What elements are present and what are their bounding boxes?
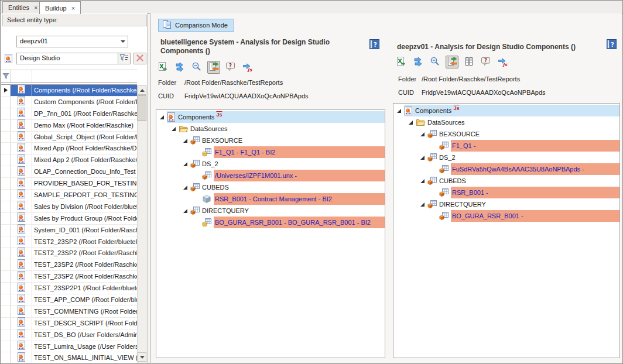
list-item[interactable]: TEST2_23SP2 (/Root Folder/bluetellig — [1, 236, 137, 248]
tree-node[interactable]: DS_2 — [156, 158, 385, 170]
filter-cell[interactable] — [32, 70, 137, 83]
tree-node[interactable]: DIRECTQUERY — [156, 205, 385, 217]
datasource-icon — [427, 176, 437, 186]
list-item[interactable]: TEST_23SP2P1 (/Root Folder/bluetelli — [1, 283, 137, 294]
scrollbar-thumb[interactable] — [138, 95, 146, 121]
tree-node[interactable]: BO_GURA_RSR_B001 - BO_GURA_RSR_B001 - BI… — [156, 217, 385, 228]
expander-icon[interactable] — [409, 121, 413, 125]
list-item[interactable]: Demo Max (/Root Folder/Raschke) — [1, 120, 137, 132]
list-item[interactable]: TEST2_23SP2 (/Root Folder/Raschke, — [1, 248, 137, 259]
tree-node[interactable]: DataSources — [156, 123, 385, 135]
list-item[interactable]: TEST_23SP2 (/Root Folder/Raschke/D — [1, 259, 137, 271]
scroll-up-button[interactable] — [138, 85, 146, 95]
expander-icon[interactable] — [420, 179, 425, 183]
tree-node-label: DataSources — [190, 125, 228, 132]
compare-button[interactable] — [446, 56, 458, 68]
list-item[interactable]: Custom Components (/Root Folder/Ra — [1, 97, 137, 108]
transfer-button[interactable] — [412, 56, 425, 68]
list-item[interactable]: Mixed App 2 (/Root Folder/Raschke/D — [1, 154, 137, 166]
list-item[interactable]: Components (/Root Folder/Raschke/T — [1, 85, 137, 97]
export-excel-button[interactable] — [156, 61, 169, 74]
expander-icon[interactable] — [420, 156, 425, 160]
list-item[interactable]: Sales by Division (/Root Folder/bluete — [1, 201, 137, 213]
tree-node[interactable]: ComponentsJs — [156, 111, 385, 123]
filter-cell[interactable] — [11, 70, 32, 83]
tree-node[interactable]: BEXSOURCE — [393, 128, 619, 140]
filter-row[interactable] — [1, 70, 137, 83]
comparison-mode-button[interactable]: Comparison Mode — [158, 19, 234, 32]
columns-button[interactable] — [463, 56, 475, 68]
tree-node[interactable]: BO_GURA_RSR_B001 - — [393, 210, 619, 222]
export-js-button[interactable]: Js — [241, 61, 254, 74]
scroll-down-button[interactable] — [138, 352, 146, 362]
list-item[interactable]: DP_7nn_001 (/Root Folder/Raschke/T — [1, 108, 137, 120]
tree-node[interactable]: FuSdRVa5hQwA4BsAAAC35U8AoNPBApds - — [393, 163, 619, 175]
list-item[interactable]: TEST_DS_BO (/User Folders/Administ — [1, 329, 137, 341]
app-window: Entities × Buildup × Select entity type:… — [0, 0, 623, 364]
tree-node[interactable]: DIRECTQUERY — [393, 198, 619, 210]
list-item[interactable]: TEST_COMMENTING (/Root Folder/bl — [1, 306, 137, 318]
filter-button[interactable] — [118, 53, 131, 64]
expander-icon[interactable] — [183, 139, 187, 143]
list-item[interactable]: PROVIDER_BASED_FOR_TESTING (/F — [1, 178, 137, 190]
row-gutter — [1, 132, 11, 143]
list-item[interactable]: Sales by Product Group (/Root Folder — [1, 213, 137, 225]
zoom-out-icon — [430, 56, 440, 68]
system-select[interactable]: deepzv01 — [16, 36, 128, 47]
expander-icon[interactable] — [160, 115, 164, 119]
transfer-button[interactable] — [173, 61, 186, 74]
export-js-button[interactable]: Js — [497, 56, 509, 68]
compare-button[interactable] — [207, 61, 220, 74]
design-studio-icon — [4, 54, 13, 66]
tree-node[interactable]: RSR_B001 - — [393, 187, 619, 198]
tree-node[interactable]: /Universes/IZPF1M001.unx - — [156, 170, 385, 181]
tree-node[interactable]: F1_Q1 - — [393, 140, 619, 152]
list-item[interactable]: TEST_Lumira_Usage (/User Folders/A — [1, 341, 137, 353]
tree-node[interactable]: RSR_B001 - Contract Management - BI2 — [156, 193, 385, 205]
expander-icon[interactable] — [172, 127, 176, 131]
tree-node[interactable]: CUBEDS — [156, 181, 385, 193]
comment-question-button[interactable]: ? — [224, 61, 237, 74]
close-icon[interactable]: × — [34, 5, 37, 11]
list-item[interactable]: SAMPLE_REPORT_FOR_TESTING_M ( — [1, 190, 137, 201]
list-item[interactable]: OLAP_Connection_Docu_Info_Test (/ — [1, 166, 137, 178]
export-excel-button[interactable] — [395, 56, 408, 68]
entity-type-select[interactable]: Design Studio — [16, 53, 128, 64]
zoom-out-button[interactable] — [190, 61, 203, 74]
tree-node[interactable]: BEXSOURCE — [156, 135, 385, 146]
list-item[interactable]: TEST_ON_SMALL_INITIAL_VIEW (/Ro — [1, 352, 137, 363]
tree-node-label: /Universes/IZPF1M001.unx - — [215, 172, 297, 179]
expander-icon[interactable] — [420, 132, 425, 136]
list-item[interactable]: TEST_DESCR_SCRIPT (/Root Folder/R — [1, 318, 137, 329]
tree-node[interactable]: F1_Q1 - F1_Q1 - BI2 — [156, 146, 385, 158]
tree-node-label: DS_2 — [439, 154, 456, 161]
expander-icon[interactable] — [420, 202, 425, 207]
close-icon[interactable]: × — [71, 5, 75, 11]
list-item[interactable]: TEST_23SP2 (/Root Folder/Raschke/L — [1, 271, 137, 283]
help-button[interactable]: ? — [607, 39, 617, 49]
system-select-value: deepzv01 — [20, 37, 48, 44]
list-item[interactable]: Mixed App (/Root Folder/Raschke/De — [1, 143, 137, 154]
expander-icon[interactable] — [397, 109, 401, 113]
list-item[interactable]: System_ID_001 (/Root Folder/Raschk — [1, 225, 137, 236]
chevron-down-icon[interactable] — [121, 40, 125, 43]
expander-icon[interactable] — [183, 162, 187, 166]
list-item[interactable]: Global_Script_Object (/Root Folder/R — [1, 132, 137, 143]
row-icon-cell — [11, 132, 32, 143]
help-button[interactable]: ? — [369, 39, 379, 49]
tree-node[interactable]: DataSources — [393, 116, 619, 128]
list-item[interactable]: TEST_APP_COMP (/Root Folder/bluet — [1, 294, 137, 306]
tab-entities[interactable]: Entities × — [2, 1, 44, 13]
comment-question-button[interactable]: ? — [480, 56, 492, 68]
tree-node[interactable]: DS_2 — [393, 152, 619, 163]
expander-icon[interactable] — [183, 209, 187, 213]
clear-filter-button[interactable] — [134, 53, 146, 64]
zoom-out-button[interactable] — [429, 56, 441, 68]
tab-buildup[interactable]: Buildup × — [39, 1, 81, 14]
expander-icon[interactable] — [183, 186, 187, 190]
scrollbar[interactable] — [137, 85, 147, 363]
list-item-label: TEST_DESCR_SCRIPT (/Root Folder/R — [32, 318, 137, 329]
tree-node[interactable]: ComponentsJs — [393, 105, 619, 116]
design-studio-icon — [17, 317, 26, 329]
tree-node[interactable]: CUBEDS — [393, 175, 619, 187]
